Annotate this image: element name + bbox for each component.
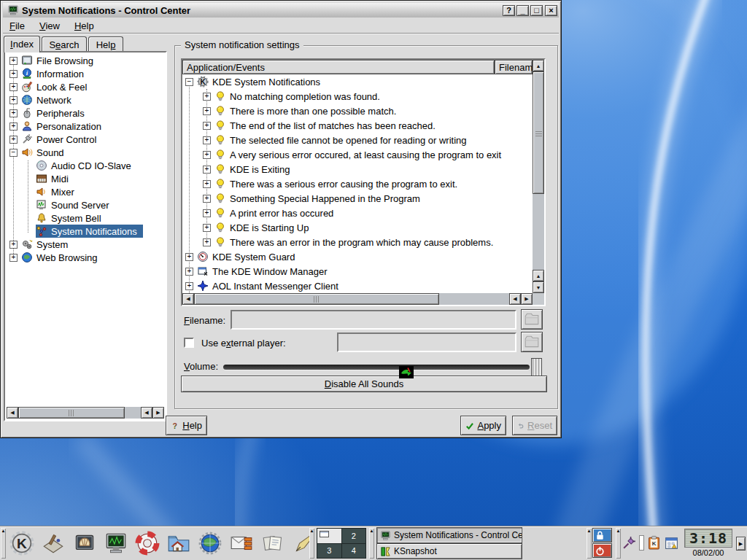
kmail-launcher-button[interactable] (228, 529, 255, 558)
tree-item[interactable]: +There is more than one possible match. (182, 104, 533, 118)
show-desktop-launcher-button[interactable] (39, 529, 67, 558)
tree-item[interactable]: +KDE is Exiting (182, 162, 533, 176)
menu-file[interactable]: File (9, 20, 25, 31)
plus-expander-icon[interactable]: + (185, 282, 193, 290)
minimize-button[interactable]: _ (516, 5, 529, 16)
konqueror-launcher-button[interactable] (196, 529, 224, 558)
tree-item[interactable]: +A very serious error occured, at least … (182, 147, 533, 162)
organizer-icon[interactable] (664, 535, 679, 551)
panel-splitter[interactable] (169, 36, 173, 422)
volume-slider-handle[interactable] (531, 358, 542, 377)
disable-all-sounds-button[interactable]: Disable All Sounds (181, 376, 547, 392)
tree-item[interactable]: +System (7, 238, 164, 251)
tree-item[interactable]: +KDE System Guard (182, 249, 533, 264)
pager-desktop-3[interactable]: 3 (317, 544, 341, 559)
column-application-events[interactable]: Application/Events (182, 60, 495, 74)
plus-expander-icon[interactable]: + (9, 70, 18, 78)
scrollbar-thumb[interactable] (533, 71, 544, 194)
tree-item[interactable]: +The end of the list of matches has been… (182, 118, 533, 133)
plus-expander-icon[interactable]: + (9, 136, 18, 144)
tree-item[interactable]: +Web Browsing (7, 251, 164, 264)
scroll-left-icon[interactable]: ◀ (141, 407, 152, 419)
tree-item[interactable]: +Something Special Happened in the Progr… (182, 191, 533, 206)
plus-expander-icon[interactable]: + (203, 136, 211, 144)
tree-item[interactable]: +A print error has occured (182, 206, 533, 220)
tree-item[interactable]: +Peripherals (7, 106, 164, 120)
plus-expander-icon[interactable]: + (203, 209, 211, 217)
tree-item[interactable]: +No matching completion was found. (182, 89, 533, 104)
external-player-browse-button[interactable] (521, 332, 543, 352)
plus-expander-icon[interactable]: + (203, 224, 211, 232)
kmenu-launcher-button[interactable]: K (8, 529, 36, 558)
tree-item[interactable]: −KKDE System Notifications (182, 74, 533, 89)
scrollbar-thumb[interactable] (18, 407, 125, 419)
tree-item[interactable]: Audio CD IO-Slave (7, 159, 164, 172)
maximize-button[interactable]: □ (530, 5, 543, 16)
column-filename[interactable]: Filename (495, 60, 533, 74)
tab-index[interactable]: Index (4, 36, 40, 52)
tree-item[interactable]: +Personalization (7, 120, 164, 133)
pager-desktop-2[interactable]: 2 (342, 529, 366, 543)
konsole-launcher-button[interactable] (71, 529, 98, 558)
pager-desktop-1[interactable] (317, 529, 341, 543)
tree-item[interactable]: +The KDE Window Manager (182, 264, 533, 279)
plus-expander-icon[interactable]: + (203, 122, 211, 130)
tree-item[interactable]: +There was an error in the program which… (182, 235, 533, 249)
plus-expander-icon[interactable]: + (203, 238, 211, 246)
scroll-right-icon[interactable]: ▶ (152, 407, 164, 419)
filename-browse-button[interactable] (521, 309, 543, 330)
taskbar-task-button[interactable]: KSnapshot (376, 543, 522, 559)
plus-expander-icon[interactable]: + (9, 109, 18, 117)
panel-hide-handle[interactable]: ▲ (1, 528, 6, 559)
scroll-left-icon[interactable]: ◀ (509, 293, 521, 305)
scroll-up-icon[interactable]: ▲ (533, 60, 544, 71)
scrollbar-thumb[interactable] (194, 293, 439, 305)
plus-expander-icon[interactable]: + (203, 180, 211, 188)
plus-expander-icon[interactable]: + (185, 253, 193, 261)
plus-expander-icon[interactable]: + (9, 241, 18, 249)
display-launcher-button[interactable] (102, 529, 130, 558)
tree-item[interactable]: +There was a serious error causing the p… (182, 176, 533, 191)
plus-expander-icon[interactable]: + (203, 195, 211, 203)
applet-handle[interactable]: ▲ (369, 528, 374, 559)
plus-expander-icon[interactable]: + (9, 122, 18, 131)
tree-item[interactable]: +Look & Feel (7, 80, 164, 93)
clock-applet[interactable]: 3:18 08/02/00 (683, 527, 734, 559)
scroll-up-icon[interactable]: ▲ (533, 270, 544, 281)
pager-desktop-4[interactable]: 4 (342, 544, 366, 559)
plus-expander-icon[interactable]: + (9, 254, 18, 262)
events-horizontal-scrollbar[interactable]: ◀ ◀ ▶ (182, 293, 533, 305)
tree-item[interactable]: Sound Server (7, 198, 164, 211)
lock-button[interactable] (592, 528, 612, 542)
help-ring-launcher-button[interactable] (133, 529, 161, 558)
scroll-right-icon[interactable]: ▶ (521, 293, 533, 305)
taskbar-task-button[interactable]: System Notifications - Control Cente (376, 527, 522, 543)
applet-handle[interactable]: ▲ (587, 528, 592, 559)
panel-scroll-right-button[interactable]: ▶ (736, 537, 746, 551)
window-help-button[interactable]: ? (503, 5, 515, 16)
tree-item[interactable]: +Power Control (7, 133, 164, 146)
scroll-left-icon[interactable]: ◀ (7, 407, 18, 419)
tree-item[interactable]: System Notifications (7, 225, 164, 238)
help-button[interactable]: ? Help (166, 416, 207, 435)
plus-expander-icon[interactable]: + (203, 107, 211, 115)
menu-view[interactable]: View (39, 20, 60, 31)
tab-help[interactable]: Help (88, 36, 123, 52)
external-player-input[interactable] (337, 332, 516, 352)
home-folder-launcher-button[interactable] (165, 529, 193, 558)
use-external-player-label[interactable]: Use external player: (201, 338, 286, 349)
tree-item[interactable]: System Bell (7, 211, 164, 225)
titlebar[interactable]: System Notifications - Control Center ? … (3, 3, 559, 18)
filename-input[interactable] (231, 310, 516, 330)
tree-item[interactable]: +File Browsing (7, 54, 164, 67)
plug-icon[interactable] (622, 535, 637, 551)
minus-expander-icon[interactable]: − (185, 78, 193, 86)
plus-expander-icon[interactable]: + (203, 93, 211, 101)
apply-button[interactable]: Apply (460, 416, 506, 435)
volume-slider-groove[interactable] (223, 365, 530, 370)
reset-button[interactable]: Reset (512, 416, 557, 435)
plus-expander-icon[interactable]: + (9, 96, 18, 104)
applet-handle[interactable]: ▲ (616, 528, 621, 559)
plus-expander-icon[interactable]: + (185, 268, 193, 276)
menu-help[interactable]: Help (74, 20, 94, 31)
